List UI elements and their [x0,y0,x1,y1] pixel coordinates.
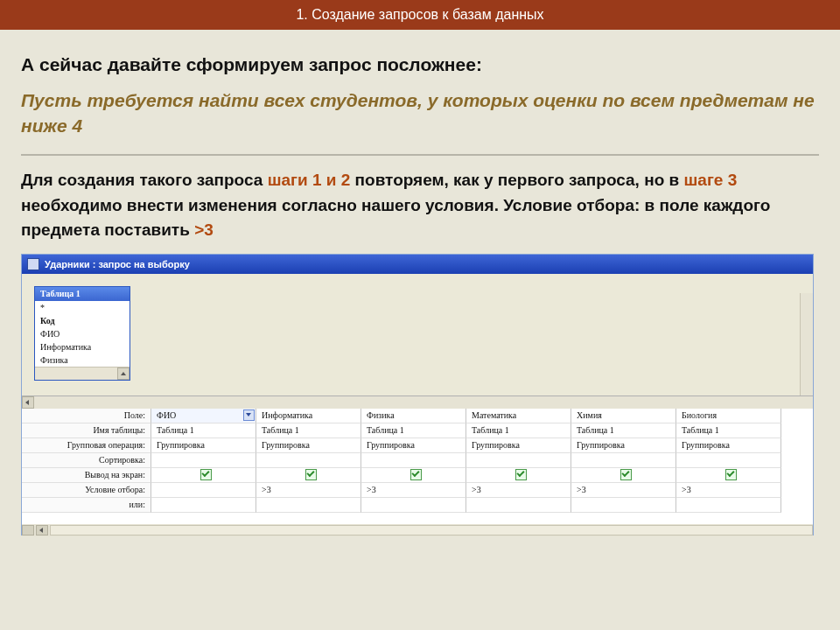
instructions-paragraph: Для создания такого запроса шаги 1 и 2 п… [21,168,819,243]
table-cell[interactable]: Таблица 1 [361,424,466,438]
show-cell[interactable] [466,468,571,483]
tablebox-item[interactable]: ФИО [35,327,130,340]
checkbox-checked-icon[interactable] [410,469,422,480]
field-cell[interactable]: Математика [466,409,571,424]
row-label-show: Вывод на экран: [22,468,151,483]
show-cell[interactable] [571,468,676,483]
tablebox[interactable]: Таблица 1 * Код ФИО Информатика Физика [34,286,130,381]
show-cell[interactable] [151,468,256,483]
row-label-totals: Групповая операция: [22,438,151,453]
row-label-table: Имя таблицы: [22,424,151,438]
table-cell[interactable]: Таблица 1 [571,424,676,438]
design-grid-area: Поле: ФИО Информатика Физика Математика … [22,396,813,536]
show-cell[interactable] [676,468,781,483]
upper-pane-hscroll[interactable] [22,396,813,409]
criteria-cell[interactable]: >3 [466,483,571,498]
task-text: Пусть требуется найти всех студентов, у … [21,88,819,139]
checkbox-checked-icon[interactable] [515,469,527,480]
or-cell[interactable] [676,498,781,513]
tablebox-item-star[interactable]: * [35,301,130,314]
sort-cell[interactable] [361,453,466,468]
window-app-icon [27,258,39,270]
query-design-window: Ударники : запрос на выборку Таблица 1 *… [21,254,814,536]
sort-cell[interactable] [571,453,676,468]
checkbox-checked-icon[interactable] [620,469,632,480]
criteria-cell[interactable] [151,483,256,498]
divider [21,154,819,156]
or-cell[interactable] [151,498,256,513]
tablebox-item-key[interactable]: Код [35,314,130,327]
window-titlebar: Ударники : запрос на выборку [22,255,813,274]
scroll-up-button[interactable] [117,368,130,380]
tablebox-item[interactable]: Информатика [35,340,130,354]
checkbox-checked-icon[interactable] [200,469,212,480]
field-cell[interactable]: Биология [676,409,781,424]
tablebox-title: Таблица 1 [35,287,130,301]
design-grid: Поле: ФИО Информатика Физика Математика … [22,409,813,513]
checkbox-checked-icon[interactable] [725,469,737,480]
nav-prev-button[interactable] [36,525,48,536]
or-cell[interactable] [256,498,361,513]
scroll-track[interactable] [50,525,813,536]
grid-hscroll[interactable] [22,524,813,536]
totals-cell[interactable]: Группировка [151,438,256,453]
scroll-left-button[interactable] [22,396,34,409]
show-cell[interactable] [256,468,361,483]
intro-text: А сейчас давайте сформируем запрос посло… [21,51,819,79]
field-cell[interactable]: ФИО [151,409,256,424]
field-cell[interactable]: Химия [571,409,676,424]
table-cell[interactable]: Таблица 1 [256,424,361,438]
sort-cell[interactable] [466,453,571,468]
or-cell[interactable] [466,498,571,513]
window-title-text: Ударники : запрос на выборку [45,255,190,274]
totals-cell[interactable]: Группировка [466,438,571,453]
totals-cell[interactable]: Группировка [571,438,676,453]
totals-cell[interactable]: Группировка [256,438,361,453]
sort-cell[interactable] [151,453,256,468]
field-cell[interactable]: Физика [361,409,466,424]
criteria-cell[interactable]: >3 [571,483,676,498]
upper-pane-vscroll[interactable] [800,293,813,396]
totals-cell[interactable]: Группировка [676,438,781,453]
row-label-criteria: Условие отбора: [22,483,151,498]
row-label-field: Поле: [22,409,151,424]
or-cell[interactable] [361,498,466,513]
tablebox-item[interactable]: Физика [35,354,130,367]
table-cell[interactable]: Таблица 1 [151,424,256,438]
row-label-or: или: [22,498,151,513]
row-label-sort: Сортировка: [22,453,151,468]
or-cell[interactable] [571,498,676,513]
slide-header: 1. Создание запросов к базам данных [0,0,840,30]
field-cell[interactable]: Информатика [256,409,361,424]
table-cell[interactable]: Таблица 1 [676,424,781,438]
criteria-cell[interactable]: >3 [256,483,361,498]
dropdown-icon[interactable] [243,410,255,421]
criteria-cell[interactable]: >3 [676,483,781,498]
criteria-cell[interactable]: >3 [361,483,466,498]
sort-cell[interactable] [676,453,781,468]
nav-first-button[interactable] [22,525,34,536]
checkbox-checked-icon[interactable] [305,469,317,480]
table-cell[interactable]: Таблица 1 [466,424,571,438]
totals-cell[interactable]: Группировка [361,438,466,453]
show-cell[interactable] [361,468,466,483]
sort-cell[interactable] [256,453,361,468]
